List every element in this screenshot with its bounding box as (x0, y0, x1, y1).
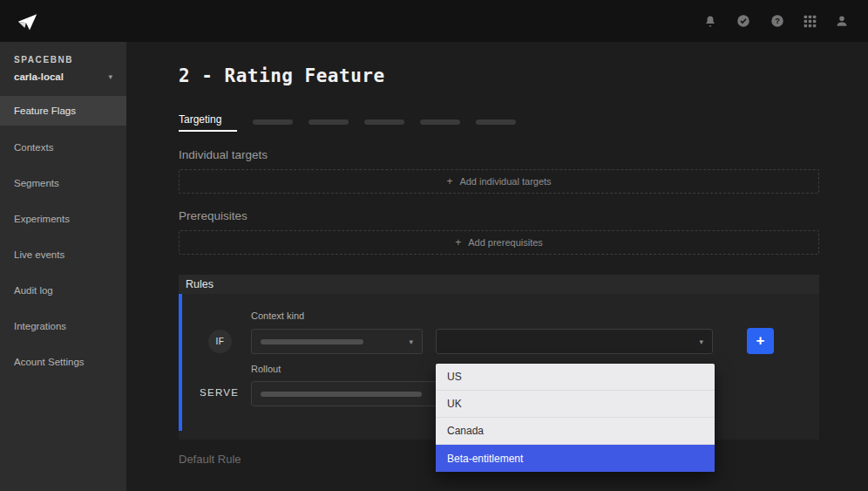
plus-icon: + (455, 236, 461, 249)
tab-skeleton (420, 119, 460, 125)
tab-targeting[interactable]: Targeting (179, 113, 237, 132)
sidebar-item-feature-flags[interactable]: Feature Flags (0, 96, 126, 126)
context-kind-select[interactable]: ▾ (251, 329, 423, 354)
topbar-icons: ? (703, 13, 849, 29)
environment-switcher[interactable]: carla-local ▾ (14, 72, 112, 82)
launchdarkly-logo-icon (16, 10, 39, 33)
sidebar-item-experiments[interactable]: Experiments (0, 201, 126, 236)
rollout-label: Rollout (251, 364, 281, 374)
add-clause-button[interactable]: + (747, 328, 774, 354)
app-logo[interactable] (16, 10, 39, 33)
notifications-bell-icon[interactable] (703, 14, 717, 28)
environment-name: carla-local (14, 72, 64, 82)
dropdown-option-us[interactable]: US (436, 364, 715, 391)
main-content: 2 - Rating Feature Targeting Individual … (126, 42, 868, 491)
topbar: ? (0, 0, 868, 42)
individual-targets-heading: Individual targets (179, 148, 268, 161)
rules-section-header: Rules (179, 275, 819, 294)
workspace-switcher: SPACEBNB carla-local ▾ (0, 42, 126, 89)
rule-values-select[interactable]: ▾ (436, 329, 713, 354)
app-screen: ? SPACEBNB carla-local ▾ Feature (0, 0, 868, 491)
add-individual-targets-label: Add individual targets (459, 176, 551, 187)
dropdown-option-uk[interactable]: UK (436, 391, 715, 418)
dropdown-option-beta-entitlement[interactable]: Beta-entitlement (436, 445, 715, 472)
select-skeleton (261, 392, 422, 397)
context-kind-label: Context kind (251, 310, 304, 321)
default-rule-heading: Default Rule (179, 453, 241, 466)
serve-label: SERVE (200, 387, 239, 398)
help-icon[interactable]: ? (770, 13, 785, 29)
plus-icon: + (446, 175, 452, 188)
chevron-down-icon: ▾ (699, 338, 703, 346)
add-prerequisites-button[interactable]: + Add prerequisites (179, 230, 819, 255)
rules-heading: Rules (186, 278, 214, 290)
chevron-down-icon: ▾ (108, 72, 112, 81)
sidebar-item-account-settings[interactable]: Acount Settings (0, 344, 126, 379)
tab-skeleton (253, 119, 293, 125)
certification-badge-icon[interactable] (736, 13, 751, 29)
svg-text:?: ? (775, 17, 780, 25)
if-badge: IF (208, 330, 232, 353)
page-title: 2 - Rating Feature (179, 65, 385, 86)
values-dropdown-menu: US UK Canada Beta-entitlement (436, 364, 715, 472)
sidebar-item-segments[interactable]: Segments (0, 165, 126, 201)
add-individual-targets-button[interactable]: + Add individual targets (179, 169, 819, 194)
apps-grid-icon[interactable] (804, 15, 817, 28)
tab-skeleton (364, 119, 404, 125)
sidebar-item-audit-log[interactable]: Audit log (0, 272, 126, 308)
rule-accent-stripe (179, 294, 182, 431)
workspace-name: SPACEBNB (14, 55, 112, 65)
tab-bar: Targeting (179, 112, 516, 133)
prerequisites-heading: Prerequisites (179, 209, 248, 222)
tab-skeleton (309, 119, 349, 125)
add-prerequisites-label: Add prerequisites (468, 237, 543, 248)
sidebar: SPACEBNB carla-local ▾ Feature Flags Con… (0, 42, 126, 491)
sidebar-item-contexts[interactable]: Contexts (0, 129, 126, 165)
sidebar-nav: Feature Flags Contexts Segments Experime… (0, 96, 126, 379)
chevron-down-icon: ▾ (409, 338, 413, 346)
sidebar-item-live-events[interactable]: Live events (0, 236, 126, 272)
account-person-icon[interactable] (835, 14, 849, 28)
dropdown-option-canada[interactable]: Canada (436, 418, 715, 445)
select-skeleton (261, 339, 363, 344)
tab-skeleton (476, 119, 516, 125)
sidebar-item-integrations[interactable]: Integrations (0, 308, 126, 344)
